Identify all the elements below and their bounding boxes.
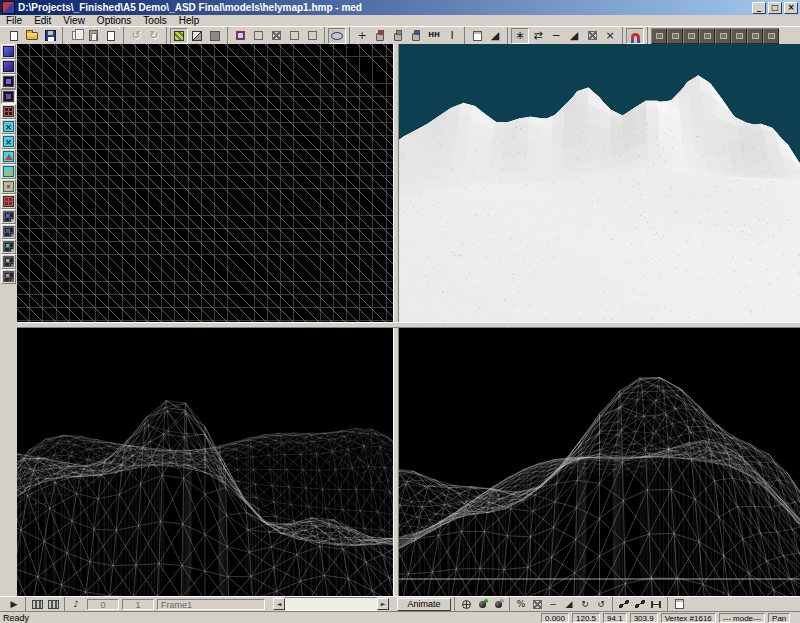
grid-check-button[interactable] [583,28,601,44]
ramp-button[interactable]: ◢ [565,28,583,44]
restore-button[interactable]: □ [768,2,782,14]
frame-end-field[interactable]: 1 [122,599,154,610]
box-extend-button[interactable] [285,28,303,44]
ibeam-button[interactable]: I [443,28,461,44]
menu-options[interactable]: Options [91,15,137,26]
menu-file[interactable]: File [0,15,28,26]
menu-view[interactable]: View [57,15,91,26]
sheet-button[interactable] [468,28,486,44]
scrollbar-track[interactable] [285,597,377,611]
viewport-wireframe-left[interactable] [17,328,393,596]
sidebar-camera-green[interactable] [1,179,16,194]
box-cross-button[interactable] [267,28,285,44]
wireframe-view-button[interactable] [188,28,206,44]
menu-tools[interactable]: Tools [137,15,172,26]
rotate-ccw-button[interactable]: ↺ [593,598,609,611]
frame-scrollbar[interactable]: ◄ ► [273,598,389,610]
sidebar-texture-window-1[interactable] [1,44,16,59]
frame-name-field[interactable]: Frame1 [157,599,265,610]
sidebar-model-box-2[interactable] [1,89,16,104]
camera-preset-5-button[interactable] [715,28,731,44]
camera-preset-4-button[interactable] [699,28,715,44]
lock-gray-button[interactable] [389,28,407,44]
box-select-button[interactable] [249,28,267,44]
frame-start-field[interactable]: 0 [87,599,119,610]
sidebar-pyramid-red[interactable] [1,149,16,164]
copy-button[interactable] [66,28,84,44]
flatten-button[interactable]: − [545,598,561,611]
box-shrink-button[interactable] [303,28,321,44]
level-button[interactable]: − [547,28,565,44]
textured-view-button[interactable] [170,28,188,44]
sidebar-quad-gray-2[interactable] [1,269,16,284]
link-2-button[interactable] [632,598,648,611]
close-button[interactable]: × [784,2,798,14]
lasso-select-button[interactable] [328,28,346,44]
sidebar-pyramid-yellow[interactable] [1,164,16,179]
swap-button[interactable]: ⇄ [529,28,547,44]
sidebar-model-box-1[interactable] [1,74,16,89]
menu-help[interactable]: Help [173,15,206,26]
scroll-right-button[interactable]: ► [377,598,389,610]
horizontal-splitter[interactable] [17,322,800,328]
paste-button[interactable] [84,28,102,44]
new-button[interactable] [5,28,23,44]
menu-edit[interactable]: Edit [28,15,57,26]
camera-preset-6-button[interactable] [731,28,747,44]
sheet-2-button[interactable] [671,598,687,611]
title-bar[interactable]: D:\Projects\_Finished\A5 Demo\_ASD Final… [0,0,800,15]
box-select-red-button[interactable] [231,28,249,44]
play-button[interactable]: ▶ [6,598,22,611]
clear-button[interactable]: × [601,28,619,44]
solid-view-button[interactable] [206,28,224,44]
redo-button[interactable]: ↻ [145,28,163,44]
camera-preset-8-button[interactable] [763,28,779,44]
camera-preset-1-button[interactable] [651,28,667,44]
camera-preset-3-button[interactable] [683,28,699,44]
merge-button[interactable]: HH [425,28,443,44]
vertex-ball-button[interactable] [474,598,490,611]
undo-button[interactable]: ↺ [127,28,145,44]
viewport-3d-shaded[interactable] [399,44,800,322]
redo-icon: ↻ [149,30,158,41]
ramp2-button[interactable]: ◢ [561,598,577,611]
target-button[interactable] [458,598,474,611]
sidebar-quad-blue-1[interactable] [1,209,16,224]
slope-button[interactable]: ◢ [486,28,504,44]
animate-button[interactable]: Animate [397,598,451,611]
sidebar-grid-red[interactable] [1,104,16,119]
frame-range-button[interactable] [45,598,61,611]
box-select-icon [254,31,263,40]
scroll-left-button[interactable]: ◄ [273,598,285,610]
sidebar-quad-cyan[interactable] [1,239,16,254]
magnet-button[interactable] [626,28,644,44]
sidebar-delete-x-1[interactable] [1,119,16,134]
sidebar-camera-red[interactable] [1,194,16,209]
sidebar-delete-x-2[interactable] [1,134,16,149]
vertical-splitter[interactable] [393,44,399,596]
lock-red-button[interactable] [371,28,389,44]
viewport-wireframe-right[interactable] [399,328,800,596]
vertex-ball-gray-button[interactable] [490,598,506,611]
sidebar-quad-blue-2[interactable] [1,224,16,239]
open-button[interactable] [23,28,41,44]
sidebar-texture-window-2[interactable] [1,59,16,74]
sidebar-quad-gray-1[interactable] [1,254,16,269]
viewport-top-wireframe-grid[interactable] [17,44,393,322]
lock-blue-button[interactable] [407,28,425,44]
minimize-button[interactable]: _ [752,2,766,14]
audio-button[interactable]: ♪ [68,598,84,611]
save-button[interactable] [41,28,59,44]
handle-button[interactable] [648,598,664,611]
move-vertex-button[interactable]: + [353,28,371,44]
link-1-button[interactable] [616,598,632,611]
rotate-cw-button[interactable]: ↻ [577,598,593,611]
percent-button[interactable]: % [513,598,529,611]
camera-preset-2-button[interactable] [667,28,683,44]
toolbar-group-snap-tools: ∗⇄−◢× [507,27,619,44]
delete-button[interactable] [102,28,120,44]
frame-strip-button[interactable] [29,598,45,611]
mirror-button[interactable] [529,598,545,611]
camera-preset-7-button[interactable] [747,28,763,44]
snap-button[interactable]: ∗ [511,28,529,44]
